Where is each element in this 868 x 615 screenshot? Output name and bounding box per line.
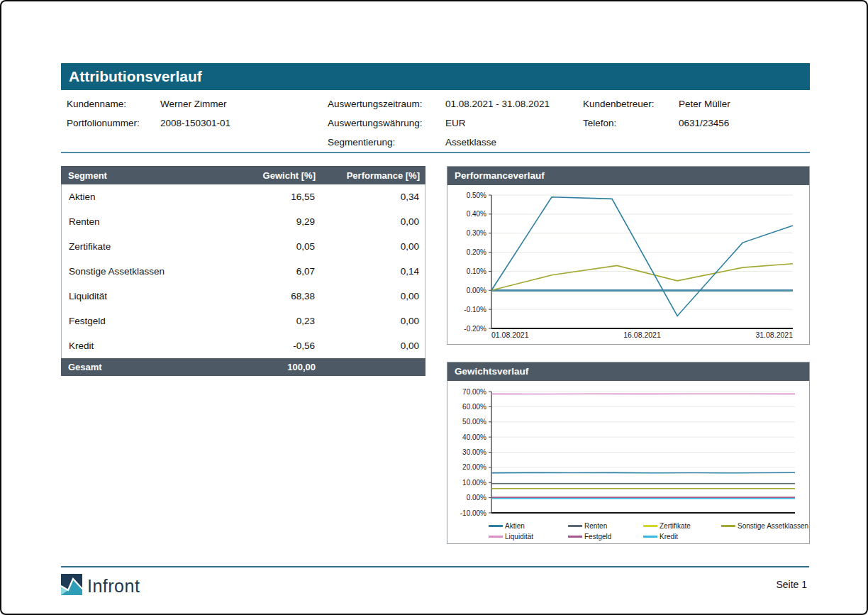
info-value: Assetklasse: [445, 137, 496, 148]
legend-item: Zertifikate: [643, 522, 721, 530]
cell-segment: Aktien: [62, 192, 231, 202]
legend-label: Liquidität: [505, 533, 533, 541]
performance-chart-title: Performanceverlauf: [447, 167, 809, 185]
legend-swatch: [643, 536, 657, 538]
info-label: Segmentierung:: [328, 137, 445, 148]
svg-text:0.50%: 0.50%: [467, 192, 486, 199]
svg-text:-10.00%: -10.00%: [460, 509, 486, 517]
legend-item: Renten: [568, 522, 643, 530]
legend-swatch: [568, 536, 582, 538]
info-row: Kundenname:Werner Zimmer: [67, 94, 328, 113]
cell-gewicht: -0,56: [231, 340, 318, 351]
svg-text:50.00%: 50.00%: [462, 418, 486, 426]
svg-text:16.08.2021: 16.08.2021: [623, 331, 661, 339]
weights-line-chart: 70.00%60.00%50.00%40.00%30.00%20.00%10.0…: [447, 381, 809, 520]
svg-text:-0.10%: -0.10%: [464, 306, 486, 314]
legend-item: Aktien: [489, 522, 568, 530]
legend-swatch: [721, 525, 735, 527]
cell-performance: 0,14: [318, 266, 425, 277]
svg-text:-0.20%: -0.20%: [464, 325, 486, 333]
svg-text:0.30%: 0.30%: [467, 229, 486, 237]
info-value: 2008-150301-01: [160, 118, 230, 128]
table-header-segment: Segment: [61, 170, 232, 181]
table-header-row: Segment Gewicht [%] Performance [%]: [61, 166, 425, 184]
info-column: Kundenname:Werner ZimmerPortfolionummer:…: [67, 94, 328, 152]
info-value: 01.08.2021 - 31.08.2021: [445, 99, 550, 109]
segment-table: Segment Gewicht [%] Performance [%] Akti…: [61, 166, 425, 376]
cell-gewicht: 0,05: [231, 241, 318, 252]
info-section: Kundenname:Werner ZimmerPortfolionummer:…: [67, 94, 810, 152]
weights-chart-legend: AktienRentenZertifikateSonstige Assetkla…: [489, 522, 809, 541]
table-footer-row: Gesamt 100,00: [61, 358, 425, 376]
svg-text:30.00%: 30.00%: [462, 448, 486, 456]
cell-performance: 0,00: [318, 241, 425, 252]
info-label: Portfolionummer:: [67, 118, 160, 128]
cell-performance: 0,00: [318, 216, 425, 227]
cell-segment: Liquidität: [62, 291, 231, 301]
logo-text: Infront: [87, 576, 140, 597]
table-header-gewicht: Gewicht [%]: [232, 170, 319, 181]
cell-gewicht: 0,23: [231, 316, 318, 326]
cell-gewicht: 16,55: [231, 192, 318, 202]
info-label: Kundenbetreuer:: [583, 99, 679, 109]
cell-gewicht: 9,29: [231, 216, 318, 227]
weights-chart-panel: Gewichtsverlauf 70.00%60.00%50.00%40.00%…: [447, 362, 810, 544]
svg-text:60.00%: 60.00%: [462, 403, 486, 411]
cell-segment: Festgeld: [62, 316, 231, 326]
table-row: Liquidität68,380,00: [62, 284, 425, 309]
info-row: Auswertungszeitraum:01.08.2021 - 31.08.2…: [328, 94, 583, 113]
cell-gewicht: 68,38: [231, 291, 318, 301]
cell-segment: Zertifikate: [62, 241, 231, 252]
table-header-performance: Performance [%]: [319, 170, 425, 181]
info-column: Kundenbetreuer:Peter MüllerTelefon:0631/…: [583, 94, 810, 152]
legend-label: Sonstige Assetklassen: [738, 522, 808, 530]
info-row: Segmentierung:Assetklasse: [328, 133, 583, 152]
legend-label: Aktien: [505, 522, 525, 530]
table-row: Kredit-0,560,00: [62, 333, 425, 358]
svg-text:0.00%: 0.00%: [467, 287, 486, 294]
cell-gewicht: 6,07: [231, 266, 318, 277]
svg-text:0.40%: 0.40%: [467, 210, 486, 218]
info-value: Peter Müller: [679, 99, 730, 109]
info-label: Auswertungswährung:: [328, 118, 445, 128]
performance-line-chart: 0.50%0.40%0.30%0.20%0.10%0.00%-0.10%-0.2…: [447, 185, 809, 344]
table-footer-label: Gesamt: [61, 362, 232, 372]
table-row: Renten9,290,00: [62, 209, 425, 234]
cell-segment: Renten: [62, 216, 231, 227]
legend-swatch: [568, 525, 582, 527]
legend-swatch: [489, 525, 503, 527]
infront-logo-icon: [61, 574, 82, 598]
svg-text:0.20%: 0.20%: [467, 248, 486, 256]
cell-segment: Sonstige Assetklassen: [62, 266, 231, 277]
infront-logo: Infront: [61, 574, 140, 598]
legend-swatch: [489, 536, 503, 538]
svg-text:20.00%: 20.00%: [462, 463, 486, 471]
cell-performance: 0,00: [318, 340, 425, 351]
legend-item: Festgeld: [568, 533, 643, 541]
cell-performance: 0,34: [318, 192, 425, 202]
svg-text:10.00%: 10.00%: [462, 479, 486, 487]
info-row: Auswertungswährung:EUR: [328, 113, 583, 133]
legend-label: Festgeld: [584, 533, 611, 541]
table-row: Festgeld0,230,00: [62, 309, 425, 333]
page-title: Attributionsverlauf: [61, 63, 810, 90]
info-separator: [61, 152, 810, 153]
svg-text:0.10%: 0.10%: [467, 267, 486, 275]
table-footer-gewicht: 100,00: [232, 362, 319, 372]
svg-text:40.00%: 40.00%: [462, 433, 486, 441]
legend-label: Zertifikate: [660, 522, 691, 530]
table-body: Aktien16,550,34Renten9,290,00Zertifikate…: [61, 184, 425, 358]
legend-swatch: [643, 525, 657, 527]
legend-label: Renten: [584, 522, 607, 530]
svg-text:70.00%: 70.00%: [462, 388, 486, 396]
svg-text:31.08.2021: 31.08.2021: [755, 331, 793, 339]
info-row: Kundenbetreuer:Peter Müller: [583, 94, 810, 113]
info-value: EUR: [445, 118, 466, 128]
svg-text:0.00%: 0.00%: [467, 494, 486, 502]
page-number: Seite 1: [776, 579, 807, 590]
legend-item: Kredit: [643, 533, 721, 541]
info-row: Telefon:0631/23456: [583, 113, 810, 133]
info-row: Portfolionummer:2008-150301-01: [67, 113, 328, 133]
info-label: Auswertungszeitraum:: [328, 99, 445, 109]
legend-label: Kredit: [660, 533, 678, 541]
